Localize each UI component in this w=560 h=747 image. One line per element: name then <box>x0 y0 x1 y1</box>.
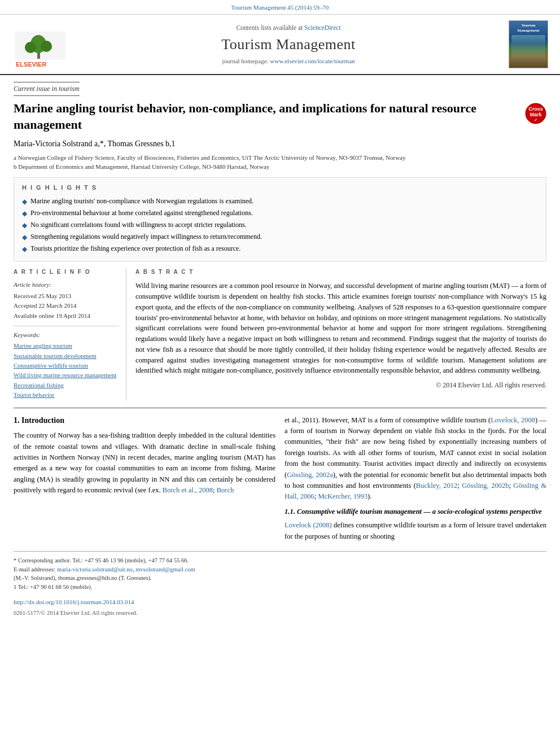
header-area: ELSEVIER Contents lists available at Sci… <box>0 15 560 75</box>
buckley-2012-link[interactable]: Buckley, 2012 <box>416 482 457 490</box>
intro-number: 1. <box>14 416 20 425</box>
current-issue-label: Current issue in tourism <box>14 82 80 96</box>
bullet-4: ◆ <box>22 233 27 242</box>
header-right: TourismManagement <box>506 20 551 68</box>
highlight-text-4: Strengthening regulations would negative… <box>30 232 262 242</box>
footnote-area: * Corresponding author. Tel.: +47 95 46 … <box>14 551 546 618</box>
highlight-text-1: Marine angling tourists' non-compliance … <box>30 196 253 206</box>
email-label: E-mail addresses: <box>14 566 57 573</box>
borch-2008-link[interactable]: Borch et al., 2008 <box>163 486 213 494</box>
highlight-item: ◆ Strengthening regulations would negati… <box>22 232 538 242</box>
highlights-title: H I G H L I G H T S <box>22 184 538 192</box>
journal-thumbnail: TourismManagement <box>509 20 548 68</box>
bullet-2: ◆ <box>22 209 27 219</box>
borch-2011-link[interactable]: Borch <box>217 486 234 494</box>
highlights-section: H I G H L I G H T S ◆ Marine angling tou… <box>14 177 546 261</box>
highlight-text-5: Tourists prioritize the fishing experien… <box>30 244 240 254</box>
thumbnail-title: TourismManagement <box>517 23 539 33</box>
journal-citation: Tourism Management 45 (2014) 59–70 <box>231 4 329 11</box>
available-date: Available online 19 April 2014 <box>14 312 119 320</box>
svg-point-4 <box>41 41 52 52</box>
page: Tourism Management 45 (2014) 59–70 ELSEV… <box>0 0 560 747</box>
article-title-text: Marine angling tourist behavior, non-com… <box>14 101 519 133</box>
history-title: Article history: <box>14 281 119 289</box>
highlight-text-2: Pro-environmental behaviour at home corr… <box>30 208 253 218</box>
bullet-1: ◆ <box>22 197 27 207</box>
journal-homepage: journal homepage: www.elsevier.com/locat… <box>222 57 355 65</box>
abstract-section: A B S T R A C T Wild living marine resou… <box>135 268 546 400</box>
science-direct-link[interactable]: ScienceDirect <box>304 24 341 31</box>
keyword-1[interactable]: Marine angling tourism <box>14 342 119 350</box>
email1-link[interactable]: maria-victoria.solstrand@uit.no <box>57 566 133 573</box>
elsevier-logo: ELSEVIER <box>15 32 65 68</box>
article-info-col: A R T I C L E I N F O Article history: R… <box>14 268 126 400</box>
sub-section-text: Lovelock (2008) defines consumptive wild… <box>285 520 546 542</box>
keyword-2[interactable]: Sustainable tourism development <box>14 352 119 360</box>
bullet-3: ◆ <box>22 221 27 230</box>
science-direct-line: Contents lists available at ScienceDirec… <box>236 23 340 32</box>
intro-left-paragraph: The country of Norway has a sea-fishing … <box>14 430 275 496</box>
intro-title: Introduction <box>21 416 64 425</box>
homepage-prefix: journal homepage: <box>222 58 270 64</box>
copyright-footer: 0261-5177/© 2014 Elsevier Ltd. All right… <box>14 609 546 618</box>
intro-right-col: et al., 2011). However, MAT is a form of… <box>285 415 546 542</box>
article-history: Article history: Received 25 May 2013 Ac… <box>14 281 119 320</box>
abstract-label: A B S T R A C T <box>135 268 546 276</box>
this-word: this <box>185 475 195 483</box>
article-title-block: Marine angling tourist behavior, non-com… <box>14 101 546 133</box>
received-date: Received 25 May 2013 <box>14 292 119 300</box>
lovelock-2008-link[interactable]: Lovelock, 2008 <box>491 416 535 424</box>
homepage-url[interactable]: www.elsevier.com/locate/tourman <box>270 58 355 64</box>
gossling-2002b-link[interactable]: Gössling, 2002b <box>462 482 509 490</box>
keyword-4[interactable]: Wild living marine resource management <box>14 371 119 379</box>
email-names: (M.-V. Solstrand), thomas.gressnes@hih.n… <box>14 574 546 583</box>
svg-text:Mark: Mark <box>530 112 542 117</box>
email2-link[interactable]: mvsolstrand@gmail.com <box>135 566 195 573</box>
sub-section-number: 1.1. <box>285 508 295 516</box>
lovelock-sub-link[interactable]: Lovelock (2008) <box>285 521 332 529</box>
intro-heading: 1. Introduction <box>14 415 275 426</box>
doi-line: http://dx.doi.org/10.1016/j.tourman.2014… <box>14 597 546 607</box>
journal-top-bar: Tourism Management 45 (2014) 59–70 <box>0 0 560 15</box>
highlight-item: ◆ Tourists prioritize the fishing experi… <box>22 244 538 254</box>
abstract-text: Wild living marine resources are a commo… <box>135 281 546 376</box>
email-line: E-mail addresses: maria-victoria.solstra… <box>14 565 546 574</box>
highlight-item: ◆ Marine angling tourists' non-complianc… <box>22 196 538 207</box>
svg-text:✓: ✓ <box>534 118 537 122</box>
highlight-text-3: No significant correlations found with w… <box>30 220 247 230</box>
science-direct-prefix: Contents lists available at <box>236 24 304 31</box>
tel2-note: 1 Tel.: +47 90 61 68 56 (mobile). <box>14 583 546 592</box>
authors-line: Maria-Victoria Solstrand a,*, Thomas Gre… <box>14 138 546 150</box>
affiliation-b: b Department of Economics and Management… <box>14 162 546 172</box>
keyword-6[interactable]: Tourist behavior <box>14 391 119 399</box>
affiliation-a: a Norwegian College of Fishery Science, … <box>14 153 546 163</box>
doi-link[interactable]: http://dx.doi.org/10.1016/j.tourman.2014… <box>14 599 134 605</box>
article-content: Current issue in tourism Marine angling … <box>0 75 560 624</box>
abstract-copyright: © 2014 Elsevier Ltd. All rights reserved… <box>135 381 546 390</box>
intro-left-col: 1. Introduction The country of Norway ha… <box>14 415 275 542</box>
mckercher-link[interactable]: McKercher, 1993 <box>318 492 368 500</box>
header-left: ELSEVIER <box>9 20 71 68</box>
section-divider <box>14 408 546 408</box>
accepted-date: Accepted 22 March 2014 <box>14 302 119 310</box>
svg-text:ELSEVIER: ELSEVIER <box>16 61 46 68</box>
svg-text:Cross: Cross <box>528 106 543 112</box>
intro-right-paragraph: et al., 2011). However, MAT is a form of… <box>285 415 546 503</box>
sub-section-title: Consumptive wildlife tourism management … <box>297 508 542 516</box>
bullet-5: ◆ <box>22 244 27 254</box>
keyword-5[interactable]: Recreational fishing <box>14 381 119 390</box>
keyword-3[interactable]: Consumptive wildlife tourism <box>14 361 119 370</box>
header-center: Contents lists available at ScienceDirec… <box>78 20 499 68</box>
gossling-2002a-link[interactable]: Gössling, 2002a <box>287 471 333 479</box>
affiliations: a Norwegian College of Fishery Science, … <box>14 153 546 172</box>
journal-title: Tourism Management <box>221 34 356 55</box>
highlight-item: ◆ No significant correlations found with… <box>22 220 538 230</box>
introduction-section: 1. Introduction The country of Norway ha… <box>14 415 546 542</box>
corresponding-author-note: * Corresponding author. Tel.: +47 95 46 … <box>14 556 546 565</box>
info-abstract-cols: A R T I C L E I N F O Article history: R… <box>14 268 546 400</box>
crossmark-badge: Cross Mark ✓ <box>525 103 546 124</box>
article-info-label: A R T I C L E I N F O <box>14 268 119 276</box>
highlight-item: ◆ Pro-environmental behaviour at home co… <box>22 208 538 219</box>
sub-section-heading: 1.1. Consumptive wildlife tourism manage… <box>285 507 546 517</box>
keywords-title: Keywords: <box>14 331 119 339</box>
